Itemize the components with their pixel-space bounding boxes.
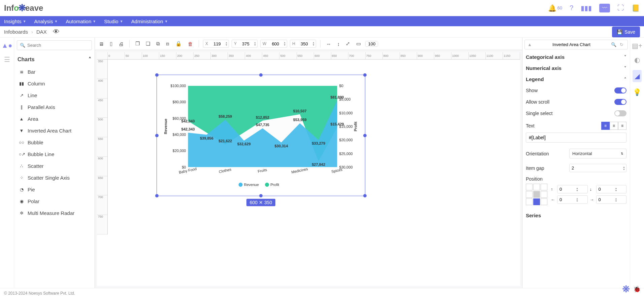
section-legend[interactable]: Legend˄ (524, 74, 628, 85)
battery-icon[interactable]: ▭ (354, 40, 363, 48)
resize-handle-ml[interactable] (155, 134, 159, 137)
h-input[interactable] (297, 41, 311, 46)
print-icon[interactable]: 🖨 (117, 40, 125, 48)
resize-handle-br[interactable] (363, 194, 367, 197)
x-input[interactable] (210, 41, 224, 46)
expand-icon[interactable]: ⤢ (344, 40, 352, 48)
show-toggle[interactable] (614, 87, 626, 94)
chart-type-item[interactable]: ✲Multi Measure Radar (14, 207, 95, 219)
item-gap-input[interactable]: ▲▼ (569, 164, 626, 172)
shapes-icon[interactable]: ▲● (2, 42, 12, 49)
h-stepper[interactable]: ▲▼ (311, 41, 316, 46)
chart-type-item[interactable]: ◔Pie (14, 184, 95, 195)
chart-type-item[interactable]: ◉Polar (14, 195, 95, 207)
group-icon[interactable]: ⧈ (164, 40, 171, 48)
resize-handle-tl[interactable] (155, 73, 159, 77)
chart-search[interactable]: 🔍 (17, 40, 92, 50)
resize-handle-tr[interactable] (363, 73, 367, 77)
brand-icon[interactable]: ❋ (622, 284, 630, 295)
chart-type-item[interactable]: ○○Bubble (14, 137, 95, 148)
align-v-icon[interactable]: ↕ (336, 40, 342, 48)
menu-analysis[interactable]: Analysis▼ (34, 18, 58, 24)
pos-bottom-input[interactable] (597, 185, 614, 193)
monitor-icon[interactable]: 〰 (599, 4, 610, 12)
bulb-icon[interactable]: 💡 (633, 88, 641, 96)
chart-type-item[interactable]: ▲Area (14, 113, 95, 125)
item-gap-stepper[interactable]: ▲▼ (622, 165, 626, 171)
bug-icon[interactable]: 🐞 (633, 286, 641, 293)
allow-scroll-label: Allow scroll (526, 99, 549, 105)
resize-handle-bl[interactable] (155, 194, 159, 197)
resize-handle-mr[interactable] (363, 134, 367, 137)
chart-type-icon: ○○ (19, 140, 24, 145)
orientation-label: Orientation (526, 151, 549, 156)
x-stepper[interactable]: ▲▼ (224, 41, 229, 46)
widget-type-input[interactable] (534, 42, 609, 47)
section-numerical-axis[interactable]: Numerical axis˅ (524, 63, 628, 74)
position-grid[interactable] (526, 184, 547, 205)
chart-type-item[interactable]: ∴Scatter (14, 160, 95, 172)
chart-type-item[interactable]: ≣Bar (14, 66, 95, 78)
chart-type-icon: ▼ (19, 128, 24, 133)
chart-type-item[interactable]: ↗Line (14, 89, 95, 101)
delete-icon[interactable]: 🗑 (186, 40, 195, 48)
charts-section-header[interactable]: Charts˄ (14, 53, 95, 66)
save-button[interactable]: 💾 Save (612, 27, 640, 37)
lock-icon[interactable]: 🔒 (174, 40, 183, 48)
legend-text-input[interactable] (526, 133, 626, 143)
menu-studio[interactable]: Studio▼ (104, 18, 123, 24)
desktop-icon[interactable]: 🖥 (97, 40, 105, 48)
style-icon[interactable]: ◢ (633, 70, 642, 82)
y-input[interactable] (239, 41, 253, 46)
gauge-icon[interactable]: ◐ (634, 56, 640, 64)
breadcrumb-root[interactable]: Infoboards (4, 29, 28, 35)
chart-type-item[interactable]: ⁘Scatter Single Axis (14, 172, 95, 184)
canvas[interactable]: 050100150 200250300350 400450500550 6006… (97, 52, 520, 286)
widget-type-search[interactable]: ▲ 🔍 ↻ (524, 40, 628, 49)
refresh-icon[interactable]: ↻ (618, 42, 625, 47)
search-icon[interactable]: 🔍 (611, 42, 616, 47)
layers-icon[interactable]: ☰ (4, 55, 10, 64)
section-series[interactable]: Series (524, 210, 628, 221)
chart-type-label: Column (28, 81, 45, 86)
pos-right-input[interactable] (597, 196, 614, 203)
w-input[interactable] (268, 41, 282, 46)
tablet-icon[interactable]: ▯ (108, 40, 114, 48)
breadcrumb-current[interactable]: DAX (36, 29, 47, 35)
menu-automation[interactable]: Automation▼ (66, 18, 96, 24)
duplicate-icon[interactable]: ⧉ (155, 40, 162, 48)
align-right-button[interactable]: ≡ (618, 122, 626, 130)
single-select-toggle[interactable] (614, 110, 626, 116)
align-h-icon[interactable]: ↔ (325, 40, 333, 48)
align-center-button[interactable]: ≡ (610, 122, 618, 130)
y-stepper[interactable]: ▲▼ (253, 41, 257, 46)
copy-front-icon[interactable]: ❐ (134, 40, 141, 48)
help-icon[interactable]: ? (570, 4, 573, 12)
chart-type-item[interactable]: ∥Parallel Axis (14, 101, 95, 113)
align-left-button[interactable]: ≡ (601, 122, 610, 130)
resize-handle-tm[interactable] (259, 73, 263, 77)
svg-text:$15,429: $15,429 (331, 122, 344, 126)
chart-search-input[interactable] (27, 43, 89, 48)
pos-top-input[interactable] (557, 185, 575, 193)
preview-icon[interactable]: 👁 (53, 28, 60, 36)
chart-type-item[interactable]: ▮▮Column (14, 78, 95, 89)
copy-back-icon[interactable]: ❏ (144, 40, 152, 48)
w-stepper[interactable]: ▲▼ (282, 41, 287, 46)
chart-type-item[interactable]: ▼Inverted Area Chart (14, 125, 95, 137)
library-icon[interactable]: ▮▮▮ (581, 4, 592, 12)
bell-icon[interactable]: 🔔60 (548, 4, 562, 12)
selected-widget[interactable]: $0$20,000$40,000$60,000$80,000$100,000$0… (157, 75, 365, 206)
zoom-input[interactable] (366, 41, 378, 46)
fullscreen-icon[interactable]: ⛶ (617, 4, 624, 12)
allow-scroll-toggle[interactable] (614, 99, 626, 105)
section-categorical-axis[interactable]: Categorical axis˅ (524, 51, 628, 63)
menu-insights[interactable]: Insights▼ (4, 18, 26, 24)
resize-handle-bm[interactable] (259, 194, 263, 197)
chart-type-item[interactable]: ○↗Bubble Line (14, 148, 95, 160)
pos-left-input[interactable] (557, 196, 575, 203)
menu-administration[interactable]: Administration▼ (131, 18, 168, 24)
note-icon[interactable]: 📒 (632, 4, 640, 12)
orientation-select[interactable]: Horizontal⇅ (569, 149, 626, 158)
add-widget-icon[interactable]: ▤+ (632, 42, 642, 50)
